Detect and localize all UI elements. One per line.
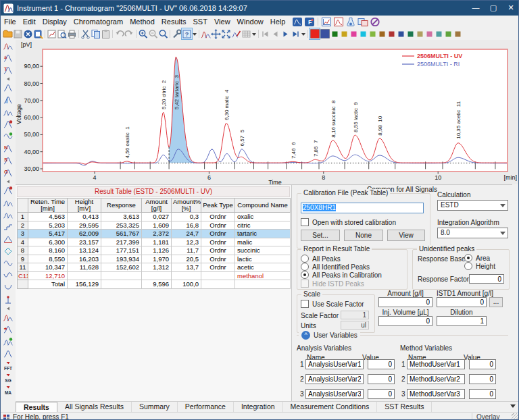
var-name-input[interactable] (407, 359, 465, 369)
var-value-input[interactable] (368, 389, 395, 399)
solvent-peak-tool-icon[interactable]: S (2, 155, 14, 167)
none-calibration-button[interactable]: None (344, 230, 383, 241)
auto-integrate-icon[interactable] (2, 336, 14, 348)
var-name-input[interactable] (407, 389, 465, 399)
tab-sst-results[interactable]: SST Results (377, 402, 432, 413)
baseline-curve-tool-icon[interactable] (2, 233, 14, 245)
var-name-input[interactable] (305, 359, 364, 369)
invert-region-tool-icon[interactable] (2, 257, 14, 269)
tab-overflow-button[interactable] (510, 404, 516, 408)
grid-caret[interactable] (251, 28, 257, 39)
signal-caret[interactable] (301, 28, 306, 39)
menu-view[interactable]: View (211, 16, 234, 28)
tab-integration[interactable]: Integration (234, 402, 283, 413)
integration-algorithm-select[interactable]: 8.0 (437, 228, 508, 238)
group-peak-tool-icon[interactable]: G (2, 167, 14, 179)
radio-option[interactable]: Height (464, 262, 495, 270)
set-calibration-button[interactable]: Set... (301, 230, 340, 241)
var-name-input[interactable] (305, 374, 364, 384)
table-row[interactable]: 98,55016,203193,9341,97020,5Ordnrlactic (18, 255, 291, 263)
manual-integration-icon[interactable] (231, 28, 241, 39)
report-setup-icon[interactable] (33, 28, 43, 39)
wave-region-tool-icon[interactable] (2, 269, 14, 282)
method-setup-icon[interactable]: F (303, 16, 316, 27)
resize-grip[interactable] (512, 413, 519, 420)
valley-to-valley-tool-icon[interactable] (2, 196, 14, 209)
print-icon[interactable] (67, 28, 77, 39)
add-peak-tool-icon[interactable] (2, 106, 14, 118)
use-scale-factor-checkbox[interactable]: Use Scale Factor (301, 300, 364, 308)
inj-volume-input[interactable] (378, 316, 432, 326)
chromatogram-overlay-icon[interactable] (332, 16, 345, 27)
radio-option[interactable]: All Peaks in Calibration (301, 271, 382, 279)
tab-results[interactable]: Results (16, 402, 57, 413)
print-preview-icon[interactable] (57, 28, 67, 39)
table-row[interactable]: Total156,1299,596100,0 (18, 280, 291, 289)
open-chromatogram-icon[interactable] (3, 28, 13, 39)
var-name-input[interactable] (305, 389, 364, 399)
sg-filter-icon[interactable]: SG (2, 372, 14, 384)
single-peak-icon[interactable] (2, 348, 14, 360)
view-calibration-button[interactable]: View (387, 230, 425, 241)
table-row[interactable]: 25,20329,595253,3251,60916,8Ordnrcitric (18, 221, 291, 230)
menu-display[interactable]: Display (39, 16, 70, 28)
radio-option[interactable]: All Identified Peaks (301, 263, 382, 271)
response-factor-input[interactable] (469, 274, 504, 284)
zoom-all-icon[interactable] (158, 28, 168, 39)
menu-chromatogram[interactable]: Chromatogram (70, 16, 126, 28)
calibration-window-icon[interactable] (320, 16, 332, 27)
signal-color-swatch[interactable] (405, 29, 415, 38)
active-signal-uv-swatch[interactable] (310, 28, 320, 39)
signal-color-swatch[interactable] (387, 29, 396, 38)
collapse-user-variables-button[interactable]: ^ (301, 331, 310, 340)
close-button[interactable]: ✕ (502, 1, 519, 16)
ma-filter-icon[interactable]: MA (2, 384, 14, 396)
var-value-input[interactable] (469, 374, 496, 384)
open-stored-calibration-checkbox[interactable]: Open with stored calibration (301, 218, 396, 226)
monitor-off-icon[interactable] (369, 16, 381, 27)
menu-file[interactable]: File (1, 16, 20, 28)
calculation-select[interactable]: ESTD (437, 200, 508, 211)
global-peak-width-icon[interactable] (2, 311, 14, 323)
var-value-input[interactable] (368, 374, 395, 384)
valley-check-tool-icon[interactable] (2, 130, 14, 142)
signal-color-swatch[interactable] (377, 29, 387, 38)
calibration-file-input[interactable]: 250X8HR1 (301, 203, 424, 213)
signal-color-swatch[interactable] (349, 29, 358, 38)
next-signal-icon[interactable] (280, 28, 291, 39)
chromatogram-window-icon[interactable] (291, 16, 303, 27)
chromatogram-plot[interactable]: 30,0040,0050,0060,0070,0080,0090,0046810… (16, 40, 519, 185)
var-name-input[interactable] (407, 374, 465, 384)
show-peaks-icon[interactable] (201, 28, 211, 39)
dilution-input[interactable] (437, 316, 487, 326)
toolbar-collapse-button[interactable] (2, 76, 14, 82)
signal-color-swatch[interactable] (434, 29, 443, 38)
export-chart-icon[interactable] (47, 28, 57, 39)
select-tool-icon[interactable]: ? (182, 28, 192, 39)
signal-color-swatch[interactable] (368, 29, 377, 38)
tab-measurement-conditions[interactable]: Measurement Conditions (283, 402, 378, 413)
table-row[interactable]: 46,30023,157217,3991,18112,3Ordnrmalic (18, 238, 291, 246)
baseline-anchor-tool-icon[interactable] (2, 294, 14, 306)
menu-window[interactable]: Window (234, 16, 267, 28)
snap-peak-tool-icon[interactable] (2, 118, 14, 130)
menu-results[interactable]: Results (158, 16, 190, 28)
var-value-input[interactable] (469, 359, 496, 369)
menu-method[interactable]: Method (126, 16, 158, 28)
cut-icon[interactable] (80, 28, 91, 39)
var-value-input[interactable] (469, 389, 496, 399)
baseline-step-tool-icon[interactable] (2, 221, 14, 233)
threshold-tool-icon[interactable]: ± (2, 52, 14, 64)
table-row[interactable]: C1112,710methanol (18, 271, 291, 280)
minimize-button[interactable]: — (467, 1, 485, 16)
zoom-in-icon[interactable] (138, 28, 148, 39)
signal-color-swatch[interactable] (453, 29, 462, 38)
last-signal-icon[interactable] (291, 28, 301, 39)
signal-ri-swatch[interactable] (320, 28, 330, 39)
move-tool-icon[interactable] (211, 28, 221, 39)
fft-filter-icon[interactable]: FFT (2, 360, 14, 372)
signal-color-swatch[interactable] (396, 29, 405, 38)
menu-help[interactable]: Help (267, 16, 289, 28)
menu-edit[interactable]: Edit (20, 16, 39, 28)
start-peak-tool-icon[interactable] (2, 82, 14, 94)
